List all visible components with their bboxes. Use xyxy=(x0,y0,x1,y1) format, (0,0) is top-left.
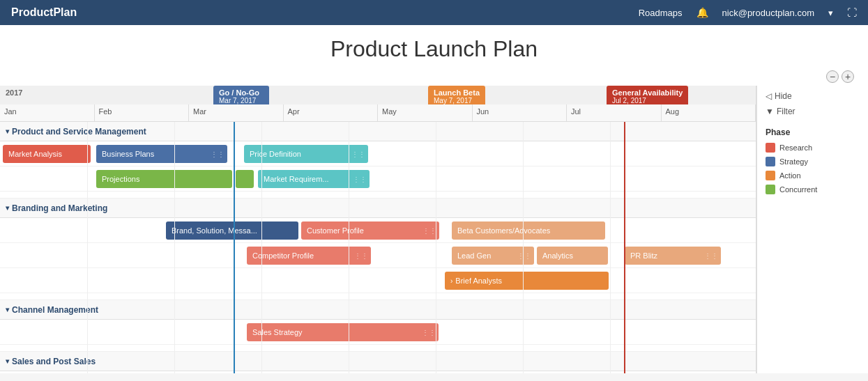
legend-item-research: Research xyxy=(766,143,860,153)
hide-button[interactable]: ◁ Hide xyxy=(766,91,860,101)
legend-title: Phase xyxy=(766,127,860,137)
bar-lead-gen[interactable]: Lead Gen ⋮⋮ xyxy=(452,247,534,265)
chevron-down-icon: ▾ xyxy=(828,8,833,18)
header: ProductPlan Roadmaps 🔔 nick@productplan.… xyxy=(0,0,868,25)
legend-item-action: Action xyxy=(766,171,860,180)
month-jan: Jan xyxy=(0,104,95,121)
month-aug: Aug xyxy=(662,104,756,121)
month-feb: Feb xyxy=(95,104,190,121)
bar-row-bm-2: Competitor Profile ⋮⋮ Lead Gen ⋮⋮ Analyt… xyxy=(0,243,756,268)
bar-handle-sales: ⋮⋮ xyxy=(422,329,436,336)
user-menu[interactable]: nick@productplan.com xyxy=(722,8,814,18)
group-label-branding: Branding and Marketing xyxy=(12,203,107,213)
bar-handle-business-plans: ⋮⋮ xyxy=(211,150,224,158)
bar-handle-price-def: ⋮⋮ xyxy=(351,150,365,158)
spacer-1 xyxy=(0,192,756,199)
bar-projections[interactable]: Projections xyxy=(96,170,232,188)
bar-row-psm-2: Projections Market Requirem... ⋮⋮ xyxy=(0,166,756,192)
timeline-header: 2017 Go / No-Go Mar 7, 2017 Launch Beta … xyxy=(0,86,756,122)
bar-handle-prblitz: ⋮⋮ xyxy=(704,252,718,260)
month-jun: Jun xyxy=(473,104,568,121)
legend-item-concurrent: Concurrent xyxy=(766,185,860,194)
legend-dot-strategy xyxy=(766,157,775,166)
bar-beta-customers[interactable]: Beta Customers/Advocates xyxy=(452,221,605,240)
gantt-body: ▾ Product and Service Management Market … xyxy=(0,122,756,373)
months-row: Jan Feb Mar Apr May Jun Jul Aug xyxy=(0,104,756,121)
milestone-vline-ga xyxy=(624,122,625,373)
hide-label: Hide xyxy=(775,91,792,101)
right-sidebar: ◁ Hide ▼ Filter Phase Research Strategy … xyxy=(756,86,868,373)
month-mar: Mar xyxy=(189,104,284,121)
bar-row-sps-1 xyxy=(0,371,756,373)
bar-brand-solution[interactable]: Brand, Solution, Messa... xyxy=(166,221,298,240)
col-line-4 xyxy=(349,122,349,373)
col-line-6 xyxy=(523,122,524,373)
bar-row-bm-3: › Brief Analysts xyxy=(0,268,756,293)
group-arrow-channel[interactable]: ▾ xyxy=(6,306,9,313)
filter-label: Filter xyxy=(777,107,795,116)
col-line-1 xyxy=(87,122,88,373)
col-line-3 xyxy=(261,122,262,373)
bar-pr-blitz[interactable]: PR Blitz ⋮⋮ xyxy=(625,247,721,265)
main-content: 2017 Go / No-Go Mar 7, 2017 Launch Beta … xyxy=(0,86,868,373)
bar-projections-ext[interactable] xyxy=(236,170,254,188)
app-logo: ProductPlan xyxy=(11,6,77,19)
bar-price-definition[interactable]: Price Definition ⋮⋮ xyxy=(244,145,368,163)
col-line-7 xyxy=(610,122,611,373)
zoom-out-button[interactable]: − xyxy=(826,70,839,83)
milestone-go-nogo-date: Mar 7, 2017 xyxy=(219,97,264,104)
bar-business-plans[interactable]: Business Plans ⋮⋮ xyxy=(96,145,227,163)
group-label-product: Product and Service Management xyxy=(12,127,146,137)
milestone-go-nogo-label: Go / No-Go xyxy=(219,88,264,97)
legend-item-strategy: Strategy xyxy=(766,157,860,166)
milestone-vline-gonogo xyxy=(234,122,235,373)
group-arrow-salespost[interactable]: ▾ xyxy=(6,357,9,365)
month-may: May xyxy=(378,104,473,121)
bar-handle-cp: ⋮⋮ xyxy=(422,227,436,235)
bar-sales-strategy[interactable]: Sales Strategy ⋮⋮ xyxy=(247,323,439,341)
controls-row: − + xyxy=(0,68,868,86)
milestone-launch-beta-date: May 7, 2017 xyxy=(434,97,480,104)
legend-dot-concurrent xyxy=(766,185,775,194)
group-product-service: ▾ Product and Service Management xyxy=(0,122,756,141)
page-title-area: Product Launch Plan xyxy=(0,25,868,68)
group-channel: ▾ Channel Management xyxy=(0,300,756,320)
bar-market-analysis[interactable]: Market Analysis xyxy=(3,145,91,163)
group-arrow-branding[interactable]: ▾ xyxy=(6,204,9,212)
roadmaps-link[interactable]: Roadmaps xyxy=(639,8,683,18)
bell-icon[interactable]: 🔔 xyxy=(696,7,708,18)
milestone-ga-label: General Availability xyxy=(612,88,683,97)
filter-button[interactable]: ▼ Filter xyxy=(766,107,860,116)
col-line-5 xyxy=(436,122,436,373)
month-jul: Jul xyxy=(567,104,662,121)
zoom-in-button[interactable]: + xyxy=(842,70,854,83)
legend-label-strategy: Strategy xyxy=(779,157,808,166)
bar-analytics[interactable]: Analytics xyxy=(537,247,608,265)
hide-icon: ◁ xyxy=(766,91,772,101)
milestone-ga-date: Jul 2, 2017 xyxy=(612,97,683,104)
month-apr: Apr xyxy=(284,104,379,121)
bar-market-requirements[interactable]: Market Requirem... ⋮⋮ xyxy=(258,170,370,188)
group-branding: ▾ Branding and Marketing xyxy=(0,199,756,218)
bar-competitor-profile[interactable]: Competitor Profile ⋮⋮ xyxy=(247,247,371,265)
bar-customer-profile[interactable]: Customer Profile ⋮⋮ xyxy=(301,221,439,240)
legend-dot-action xyxy=(766,171,775,180)
bar-brief-analysts[interactable]: › Brief Analysts xyxy=(445,272,609,290)
group-arrow-product[interactable]: ▾ xyxy=(6,127,9,135)
bar-handle-compprof: ⋮⋮ xyxy=(354,252,368,260)
page-title: Product Launch Plan xyxy=(0,36,868,62)
col-line-2 xyxy=(174,122,175,373)
chevron-brief-analysts: › xyxy=(450,277,452,285)
expand-icon[interactable]: ⛶ xyxy=(847,7,857,18)
spacer-2 xyxy=(0,293,756,300)
group-label-salespost: Sales and Post Sales xyxy=(12,357,96,366)
legend-label-concurrent: Concurrent xyxy=(779,185,817,194)
filter-icon: ▼ xyxy=(766,107,774,116)
bar-handle-leadgen: ⋮⋮ xyxy=(517,252,531,260)
group-label-channel: Channel Management xyxy=(12,305,98,315)
header-nav: Roadmaps 🔔 nick@productplan.com ▾ ⛶ xyxy=(639,7,857,18)
legend-label-research: Research xyxy=(779,143,812,152)
bar-row-cm-1: Sales Strategy ⋮⋮ xyxy=(0,320,756,345)
bar-handle-mreq: ⋮⋮ xyxy=(353,176,367,183)
milestone-launch-beta-label: Launch Beta xyxy=(434,88,480,97)
